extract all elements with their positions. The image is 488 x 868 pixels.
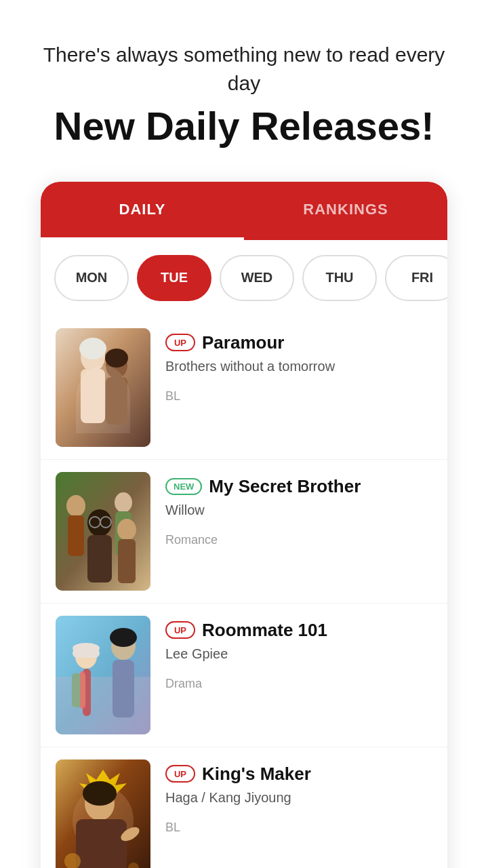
- comic-item-paramour[interactable]: UP Paramour Brothers without a tomorrow …: [41, 316, 447, 460]
- badge-up-roommate-101: UP: [165, 621, 195, 639]
- comic-info-paramour: UP Paramour Brothers without a tomorrow …: [165, 328, 432, 403]
- day-mon[interactable]: MON: [54, 255, 129, 301]
- svg-rect-23: [73, 648, 100, 658]
- svg-rect-2: [81, 369, 105, 423]
- svg-rect-20: [56, 677, 150, 734]
- svg-rect-9: [68, 515, 84, 556]
- comics-list: UP Paramour Brothers without a tomorrow …: [41, 316, 447, 868]
- comic-title-my-secret-brother: My Secret Brother: [209, 476, 361, 497]
- svg-point-27: [110, 628, 137, 647]
- svg-rect-13: [87, 535, 112, 583]
- header-section: There's always something new to read eve…: [0, 0, 488, 168]
- days-row: MON TUE WED THU FRI: [41, 240, 447, 316]
- comic-genre-my-secret-brother: Romance: [165, 533, 432, 547]
- svg-rect-4: [106, 377, 127, 425]
- badge-up-paramour: UP: [165, 334, 195, 351]
- comic-author-kings-maker: Haga / Kang Jiyoung: [165, 790, 432, 806]
- badge-new-my-secret-brother: NEW: [165, 478, 202, 495]
- comic-cover-kings-maker: [56, 760, 150, 868]
- comic-item-my-secret-brother[interactable]: NEW My Secret Brother Willow Romance: [41, 460, 447, 604]
- tabs-bar: DAILY RANKINGS: [41, 182, 447, 240]
- comic-genre-paramour: BL: [165, 389, 432, 403]
- comic-title-paramour: Paramour: [202, 332, 284, 353]
- svg-point-10: [115, 492, 132, 513]
- comic-info-kings-maker: UP King's Maker Haga / Kang Jiyoung BL: [165, 760, 432, 835]
- header-subtitle: There's always something new to read eve…: [27, 41, 461, 98]
- day-thu[interactable]: THU: [302, 255, 377, 301]
- svg-rect-28: [113, 660, 134, 717]
- tab-daily[interactable]: DAILY: [41, 182, 244, 240]
- header-title: New Daily Releases!: [27, 104, 461, 148]
- comic-author-my-secret-brother: Willow: [165, 502, 432, 518]
- comic-item-roommate-101[interactable]: UP Roommate 101 Lee Gpiee Drama: [41, 604, 447, 747]
- comic-title-kings-maker: King's Maker: [202, 764, 311, 785]
- comic-item-kings-maker[interactable]: UP King's Maker Haga / Kang Jiyoung BL: [41, 747, 447, 868]
- comic-genre-kings-maker: BL: [165, 821, 432, 835]
- svg-point-34: [83, 781, 117, 806]
- day-wed[interactable]: WED: [220, 255, 294, 301]
- comic-genre-roommate-101: Drama: [165, 677, 432, 691]
- day-fri[interactable]: FRI: [385, 255, 447, 301]
- comic-title-roommate-101: Roommate 101: [202, 620, 327, 641]
- comic-author-roommate-101: Lee Gpiee: [165, 646, 432, 662]
- svg-point-17: [117, 519, 136, 540]
- comic-cover-roommate-101: [56, 616, 150, 734]
- svg-point-5: [79, 338, 106, 359]
- comic-author-paramour: Brothers without a tomorrow: [165, 359, 432, 374]
- svg-point-6: [105, 349, 128, 368]
- tab-rankings[interactable]: RANKINGS: [244, 182, 447, 240]
- svg-rect-35: [76, 819, 127, 868]
- svg-point-8: [66, 495, 85, 517]
- comic-info-my-secret-brother: NEW My Secret Brother Willow Romance: [165, 472, 432, 547]
- svg-rect-18: [118, 539, 136, 583]
- svg-rect-29: [80, 671, 85, 709]
- card-container: DAILY RANKINGS MON TUE WED THU FRI: [41, 182, 447, 868]
- comic-cover-my-secret-brother: [56, 472, 150, 591]
- badge-up-kings-maker: UP: [165, 765, 195, 783]
- day-tue[interactable]: TUE: [137, 255, 211, 301]
- comic-cover-paramour: [56, 328, 150, 447]
- comic-info-roommate-101: UP Roommate 101 Lee Gpiee Drama: [165, 616, 432, 691]
